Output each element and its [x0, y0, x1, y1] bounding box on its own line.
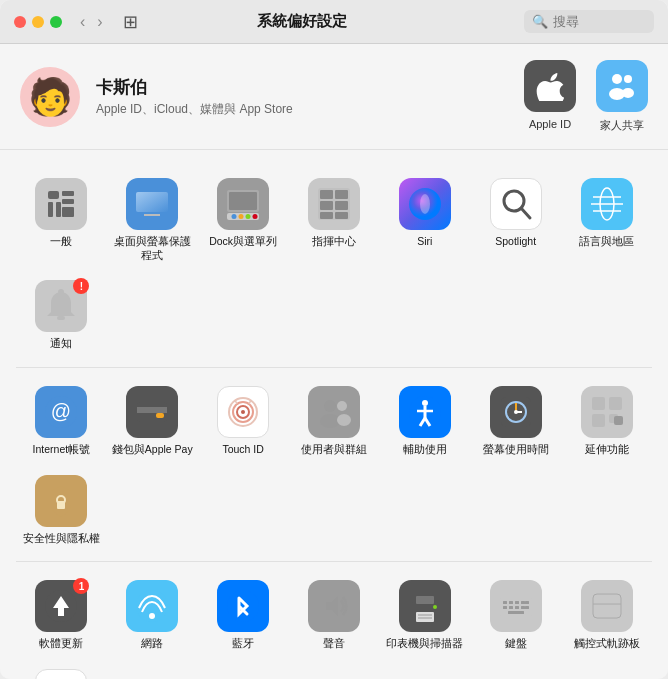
profile-left: 🧑 卡斯伯 Apple ID、iCloud、媒體與 App Store: [20, 67, 293, 127]
svg-rect-5: [48, 202, 53, 217]
profile-subtitle: Apple ID、iCloud、媒體與 App Store: [96, 101, 293, 118]
svg-rect-36: [57, 316, 65, 320]
svg-point-49: [324, 400, 336, 412]
section-2: @ Internet帳號 錢包與Apple Pay: [16, 368, 652, 562]
softwareupdate-badge: 1: [73, 578, 89, 594]
item-mouse[interactable]: 滑鼠: [16, 661, 107, 679]
item-mission[interactable]: 指揮中心: [289, 170, 380, 268]
svg-rect-21: [320, 190, 333, 199]
svg-rect-42: [156, 413, 164, 418]
svg-rect-9: [62, 207, 74, 217]
bluetooth-icon: [217, 580, 269, 632]
svg-rect-81: [509, 601, 513, 604]
network-icon: [126, 580, 178, 632]
search-box[interactable]: 🔍: [524, 10, 654, 33]
trackpad-icon: [581, 580, 633, 632]
svg-rect-11: [136, 192, 168, 212]
siri-icon: [399, 178, 451, 230]
svg-rect-26: [335, 212, 348, 219]
svg-rect-76: [418, 614, 432, 616]
item-siri[interactable]: Siri: [379, 170, 470, 268]
window-title: 系統偏好設定: [88, 12, 516, 31]
extensions-label: 延伸功能: [585, 443, 629, 457]
apple-id-label: Apple ID: [529, 118, 571, 130]
item-extensions[interactable]: 延伸功能: [561, 378, 652, 463]
svg-rect-85: [509, 606, 513, 609]
profile-section: 🧑 卡斯伯 Apple ID、iCloud、媒體與 App Store Appl…: [0, 44, 668, 150]
svg-rect-7: [62, 191, 74, 196]
item-desktop[interactable]: 桌面與螢幕保護程式: [107, 170, 198, 268]
item-printers[interactable]: 印表機與掃描器: [379, 572, 470, 657]
svg-rect-91: [593, 594, 621, 618]
screentime-icon: [490, 386, 542, 438]
dock-label: Dock與選單列: [209, 235, 277, 249]
network-label: 網路: [141, 637, 163, 651]
item-sound[interactable]: 聲音: [289, 572, 380, 657]
item-dock[interactable]: Dock與選單列: [198, 170, 289, 268]
softwareupdate-icon: 1: [35, 580, 87, 632]
item-keyboard[interactable]: 鍵盤: [470, 572, 561, 657]
accessibility-icon: [399, 386, 451, 438]
item-general[interactable]: 一般: [16, 170, 107, 268]
item-language[interactable]: 語言與地區: [561, 170, 652, 268]
printers-label: 印表機與掃描器: [386, 637, 463, 651]
dock-icon: [217, 178, 269, 230]
item-spotlight[interactable]: Spotlight: [470, 170, 561, 268]
item-softwareupdate[interactable]: 1 軟體更新: [16, 572, 107, 657]
svg-point-19: [253, 214, 258, 219]
keyboard-label: 鍵盤: [505, 637, 527, 651]
svg-rect-14: [229, 192, 257, 210]
svg-rect-41: [137, 407, 167, 413]
svg-point-28: [420, 194, 430, 214]
item-touchid[interactable]: Touch ID: [198, 378, 289, 463]
users-label: 使用者與群組: [301, 443, 367, 457]
avatar[interactable]: 🧑: [20, 67, 80, 127]
svg-rect-24: [335, 201, 348, 210]
svg-point-16: [232, 214, 237, 219]
security-icon: [35, 475, 87, 527]
item-trackpad[interactable]: 觸控式軌跡板: [561, 572, 652, 657]
search-input[interactable]: [553, 14, 643, 29]
svg-rect-22: [335, 190, 348, 199]
item-notification[interactable]: ! 通知: [16, 272, 107, 357]
item-accessibility[interactable]: 輔助使用: [379, 378, 470, 463]
general-label: 一般: [50, 235, 72, 249]
svg-rect-77: [418, 617, 432, 619]
profile-info: 卡斯伯 Apple ID、iCloud、媒體與 App Store: [96, 76, 293, 118]
notification-label: 通知: [50, 337, 72, 351]
maximize-button[interactable]: [50, 16, 62, 28]
item-screentime[interactable]: 螢幕使用時間: [470, 378, 561, 463]
wallet-label: 錢包與Apple Pay: [112, 443, 193, 457]
language-icon: [581, 178, 633, 230]
main-window: ‹ › ⊞ 系統偏好設定 🔍 🧑 卡斯伯 Apple ID、iCloud、媒體與…: [0, 0, 668, 679]
item-internet[interactable]: @ Internet帳號: [16, 378, 107, 463]
profile-actions: Apple ID 家人共享: [524, 60, 648, 133]
traffic-lights: [14, 16, 62, 28]
accessibility-label: 輔助使用: [403, 443, 447, 457]
svg-rect-62: [592, 397, 605, 410]
svg-point-51: [337, 401, 347, 411]
siri-label: Siri: [417, 235, 432, 249]
item-security[interactable]: 安全性與隱私權: [16, 467, 107, 552]
item-network[interactable]: 網路: [107, 572, 198, 657]
family-sharing-action[interactable]: 家人共享: [596, 60, 648, 133]
svg-rect-63: [592, 414, 605, 427]
svg-rect-23: [320, 201, 333, 210]
svg-point-54: [422, 400, 428, 406]
item-users[interactable]: 使用者與群組: [289, 378, 380, 463]
minimize-button[interactable]: [32, 16, 44, 28]
svg-rect-83: [521, 601, 525, 604]
screentime-label: 螢幕使用時間: [483, 443, 549, 457]
item-wallet[interactable]: 錢包與Apple Pay: [107, 378, 198, 463]
svg-point-72: [227, 590, 259, 622]
item-bluetooth[interactable]: 藍牙: [198, 572, 289, 657]
close-button[interactable]: [14, 16, 26, 28]
svg-rect-90: [508, 611, 524, 614]
svg-rect-74: [416, 596, 434, 604]
svg-point-50: [320, 414, 340, 428]
svg-rect-80: [503, 601, 507, 604]
svg-rect-86: [515, 606, 519, 609]
section-1: 一般: [16, 160, 652, 368]
apple-id-action[interactable]: Apple ID: [524, 60, 576, 133]
svg-rect-64: [609, 397, 622, 410]
